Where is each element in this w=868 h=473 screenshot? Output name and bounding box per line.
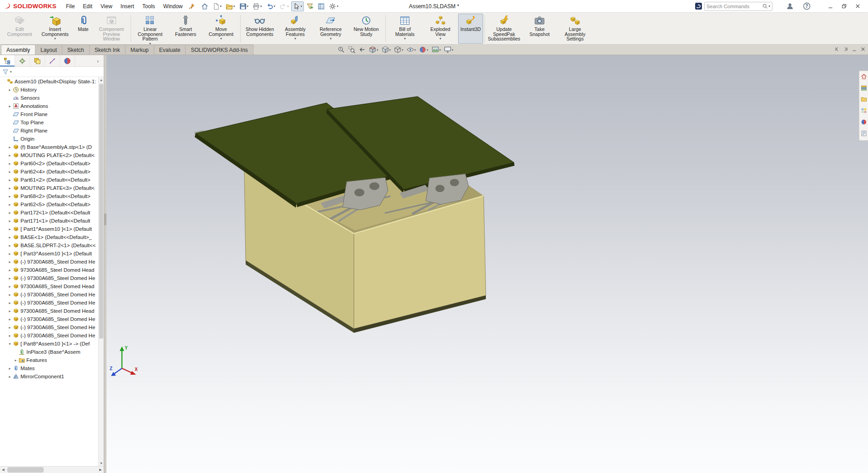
view-orientation-button[interactable]: ▾ (382, 46, 391, 53)
tree-item-inplace3-base-assem[interactable]: InPlace3 (Base^Assem (0, 348, 98, 356)
expand-right-button[interactable] (843, 46, 848, 53)
expand-caret-icon[interactable]: ▸ (7, 326, 12, 330)
tab-assembly[interactable]: Assembly (1, 45, 35, 55)
selection-filter-button[interactable] (304, 1, 315, 11)
custom-properties-button[interactable] (861, 130, 867, 138)
tree-item-97300a685-steel-domed-he[interactable]: ▸(-) 97300A685_Steel Domed He (0, 290, 98, 299)
instant3d-button[interactable]: Instant3D (458, 14, 483, 44)
help-button[interactable]: ? (801, 1, 812, 11)
dropdown-caret-icon[interactable]: ▾ (402, 48, 404, 51)
expand-caret-icon[interactable]: ▸ (7, 244, 12, 248)
tree-item-part172-1-default-default[interactable]: ▸Part172<1> (Default<<Default (0, 209, 98, 217)
file-explorer-button[interactable] (861, 96, 867, 104)
propertymanager-tab[interactable] (15, 55, 30, 66)
dropdown-caret-icon[interactable]: ▾ (294, 37, 296, 40)
view-palette-button[interactable] (861, 107, 867, 115)
expand-caret-icon[interactable]: ▸ (7, 203, 12, 207)
dropdown-caret-icon[interactable]: ▾ (439, 37, 441, 40)
tree-item-sensors[interactable]: Sensors (0, 94, 98, 102)
dropdown-caret-icon[interactable]: ▾ (220, 37, 222, 40)
mate-button[interactable]: Mate (73, 14, 94, 44)
linear-component-pattern-button[interactable]: Linear Component Pattern▾ (132, 14, 168, 44)
tree-item-features[interactable]: ▸Features (0, 356, 98, 364)
expand-caret-icon[interactable]: ▸ (7, 366, 12, 371)
previous-view-button[interactable] (358, 46, 366, 53)
pane-expand-chevron-icon[interactable]: › (92, 55, 104, 66)
options-gear-button[interactable]: ▾ (327, 1, 340, 11)
menu-window[interactable]: Window (159, 1, 187, 12)
assembly-features-button[interactable]: Assembly Features▾ (278, 14, 313, 44)
tree-item-97300a685-steel-domed-he[interactable]: ▸(-) 97300A685_Steel Domed He (0, 274, 98, 282)
dropdown-caret-icon[interactable]: ▾ (260, 5, 262, 8)
menu-tools[interactable]: Tools (138, 1, 159, 12)
expand-caret-icon[interactable]: ▸ (7, 317, 12, 321)
expand-left-button[interactable] (834, 46, 840, 53)
dropdown-caret-icon[interactable]: ▾ (377, 48, 378, 51)
dropdown-caret-icon[interactable]: ▾ (452, 48, 454, 51)
insert-components-button[interactable]: Insert Components▾ (37, 14, 73, 44)
filter-funnel-icon[interactable] (2, 69, 9, 75)
print-button[interactable]: ▾ (251, 1, 264, 11)
tree-item-base-sldprt-2-1-default[interactable]: ▸BASE.SLDPRT-2<1> (Default<< (0, 241, 98, 249)
dropdown-caret-icon[interactable]: ▾ (330, 37, 332, 40)
expand-caret-icon[interactable]: ▸ (7, 375, 12, 379)
search-dropdown-caret-icon[interactable]: ▾ (768, 5, 770, 8)
section-view-button[interactable]: ▾ (369, 46, 378, 53)
expand-caret-icon[interactable]: ▸ (7, 276, 12, 280)
dropdown-caret-icon[interactable]: ▾ (54, 37, 56, 40)
tab-layout[interactable]: Layout (35, 45, 62, 55)
dropdown-caret-icon[interactable]: ▾ (337, 5, 338, 8)
tree-item-origin[interactable]: Origin (0, 135, 98, 143)
tree-item-97300a685-steel-domed-he[interactable]: ▸(-) 97300A685_Steel Domed He (0, 315, 98, 323)
tree-item-history[interactable]: ▸History (0, 86, 98, 94)
search-box[interactable]: ▾ (704, 2, 772, 11)
dropdown-caret-icon[interactable]: ▾ (247, 5, 249, 8)
dropdown-caret-icon[interactable]: ▾ (389, 48, 391, 51)
search-scope-icon[interactable] (695, 2, 702, 10)
tab-sketch-ink[interactable]: Sketch Ink (89, 45, 126, 55)
dropdown-caret-icon[interactable]: ▾ (287, 5, 289, 8)
tree-item-97300a685-steel-domed-head[interactable]: ▸97300A685_Steel Domed Head (0, 266, 98, 274)
configurationmanager-tab[interactable] (30, 55, 45, 66)
menu-edit[interactable]: Edit (79, 1, 96, 12)
featuremanager-tree-tab[interactable] (0, 55, 15, 66)
file-properties-button[interactable] (316, 1, 327, 11)
expand-caret-icon[interactable]: ▸ (7, 235, 12, 239)
horizontal-scrollbar-thumb[interactable] (7, 467, 44, 473)
tree-item-part68-2-default-default[interactable]: ▸Part68<2> (Default<<Default> (0, 192, 98, 200)
tree-item-mouting-plate-3-default[interactable]: ▸MOUTING PLATE<3> (Default< (0, 184, 98, 192)
tree-item-97300a685-steel-domed-head[interactable]: ▸97300A685_Steel Domed Head (0, 307, 98, 315)
search-magnifier-icon[interactable] (762, 3, 768, 9)
dropdown-caret-icon[interactable]: ▾ (439, 48, 441, 51)
scroll-left-arrow[interactable]: ◀ (0, 467, 6, 473)
tree-item-assem10-default-display-state-1[interactable]: Assem10 (Default<Display State-1: (0, 77, 98, 86)
tree-item-base-1-default-default[interactable]: ▸BASE<1> (Default<<Default>_ (0, 233, 98, 241)
take-snapshot-button[interactable]: Take Snapshot (522, 14, 557, 44)
expand-caret-icon[interactable]: ▸ (7, 219, 12, 223)
expand-caret-icon[interactable]: ▸ (7, 252, 12, 256)
tree-item-right-plane[interactable]: Right Plane (0, 127, 98, 135)
new-document-button[interactable]: ▾ (211, 1, 224, 11)
new-motion-study-button[interactable]: New Motion Study (348, 14, 384, 44)
vertical-scrollbar-thumb[interactable] (99, 84, 103, 339)
close-window-button[interactable] (851, 0, 864, 12)
expand-caret-icon[interactable]: ▸ (7, 293, 12, 297)
restore-window-button[interactable] (837, 0, 851, 12)
apply-scene-button[interactable]: ▾ (432, 46, 441, 53)
tree-item-f-base-assemblya-stp-1-d[interactable]: ▸(f) Base^AssemblyA.stp<1> (D (0, 143, 98, 151)
dropdown-caret-icon[interactable]: ▾ (301, 5, 303, 8)
expand-caret-icon[interactable]: ▸ (7, 268, 12, 272)
expand-caret-icon[interactable]: ▸ (7, 145, 12, 149)
expand-caret-icon[interactable]: ▸ (7, 162, 12, 166)
tree-item-97300a685-steel-domed-he[interactable]: ▸(-) 97300A685_Steel Domed He (0, 323, 98, 331)
tab-markup[interactable]: Markup (125, 45, 154, 55)
tree-item-part60-2-default-default[interactable]: ▸Part60<2> (Default<<Default> (0, 159, 98, 168)
expand-caret-icon[interactable]: ▸ (7, 309, 12, 313)
horizontal-scrollbar-track[interactable] (6, 467, 97, 473)
tab-evaluate[interactable]: Evaluate (154, 45, 186, 55)
expand-caret-icon[interactable]: ▸ (7, 104, 12, 108)
dropdown-caret-icon[interactable]: ▾ (404, 37, 406, 40)
redo-button[interactable]: ▾ (278, 1, 291, 11)
open-button[interactable]: ▾ (224, 1, 237, 11)
vertical-scrollbar-track[interactable] (99, 83, 104, 460)
